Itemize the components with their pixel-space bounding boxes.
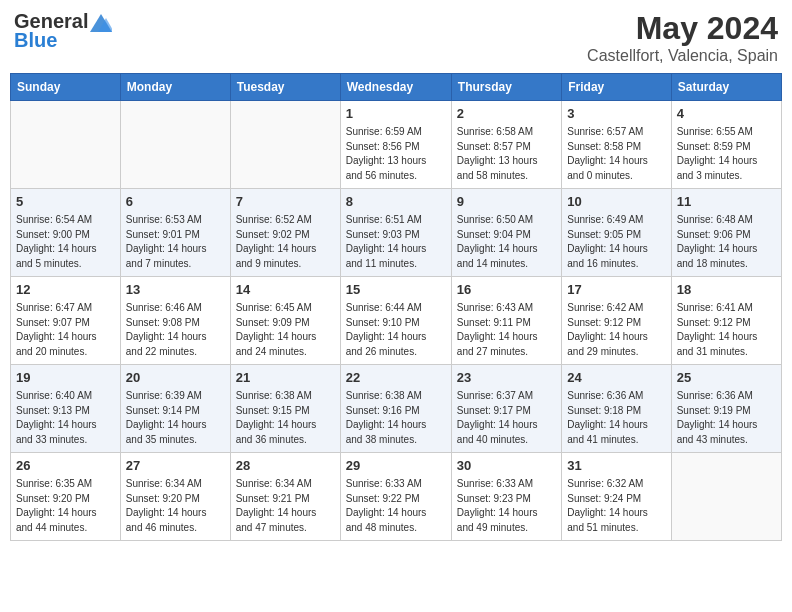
- sunset-time: Sunset: 9:12 PM: [567, 316, 665, 331]
- daylight-minutes: and 26 minutes.: [346, 345, 446, 360]
- day-info: Sunrise: 6:34 AMSunset: 9:21 PMDaylight:…: [236, 477, 335, 535]
- sunset-time: Sunset: 8:57 PM: [457, 140, 556, 155]
- calendar-day: 16Sunrise: 6:43 AMSunset: 9:11 PMDayligh…: [451, 277, 561, 365]
- calendar-day: 11Sunrise: 6:48 AMSunset: 9:06 PMDayligh…: [671, 189, 781, 277]
- sunset-time: Sunset: 9:22 PM: [346, 492, 446, 507]
- calendar-day: 23Sunrise: 6:37 AMSunset: 9:17 PMDayligh…: [451, 365, 561, 453]
- day-info: Sunrise: 6:59 AMSunset: 8:56 PMDaylight:…: [346, 125, 446, 183]
- sunrise-time: Sunrise: 6:33 AM: [346, 477, 446, 492]
- day-number: 3: [567, 105, 665, 123]
- daylight-hours: Daylight: 14 hours: [346, 330, 446, 345]
- daylight-minutes: and 29 minutes.: [567, 345, 665, 360]
- day-number: 13: [126, 281, 225, 299]
- daylight-hours: Daylight: 14 hours: [126, 330, 225, 345]
- calendar-day: 22Sunrise: 6:38 AMSunset: 9:16 PMDayligh…: [340, 365, 451, 453]
- daylight-hours: Daylight: 14 hours: [677, 418, 776, 433]
- day-number: 23: [457, 369, 556, 387]
- calendar-day: 21Sunrise: 6:38 AMSunset: 9:15 PMDayligh…: [230, 365, 340, 453]
- calendar-day: 17Sunrise: 6:42 AMSunset: 9:12 PMDayligh…: [562, 277, 671, 365]
- day-info: Sunrise: 6:36 AMSunset: 9:18 PMDaylight:…: [567, 389, 665, 447]
- sunset-time: Sunset: 9:03 PM: [346, 228, 446, 243]
- day-number: 4: [677, 105, 776, 123]
- daylight-hours: Daylight: 14 hours: [457, 330, 556, 345]
- calendar-location: Castellfort, Valencia, Spain: [587, 47, 778, 65]
- sunrise-time: Sunrise: 6:51 AM: [346, 213, 446, 228]
- sunrise-time: Sunrise: 6:39 AM: [126, 389, 225, 404]
- calendar-day: 15Sunrise: 6:44 AMSunset: 9:10 PMDayligh…: [340, 277, 451, 365]
- day-number: 29: [346, 457, 446, 475]
- sunset-time: Sunset: 9:07 PM: [16, 316, 115, 331]
- sunset-time: Sunset: 8:59 PM: [677, 140, 776, 155]
- daylight-hours: Daylight: 14 hours: [236, 242, 335, 257]
- sunrise-time: Sunrise: 6:41 AM: [677, 301, 776, 316]
- calendar-day: 10Sunrise: 6:49 AMSunset: 9:05 PMDayligh…: [562, 189, 671, 277]
- sunrise-time: Sunrise: 6:52 AM: [236, 213, 335, 228]
- day-info: Sunrise: 6:51 AMSunset: 9:03 PMDaylight:…: [346, 213, 446, 271]
- calendar-day: 4Sunrise: 6:55 AMSunset: 8:59 PMDaylight…: [671, 101, 781, 189]
- daylight-minutes: and 0 minutes.: [567, 169, 665, 184]
- daylight-minutes: and 3 minutes.: [677, 169, 776, 184]
- daylight-hours: Daylight: 14 hours: [126, 506, 225, 521]
- sunset-time: Sunset: 9:13 PM: [16, 404, 115, 419]
- day-info: Sunrise: 6:48 AMSunset: 9:06 PMDaylight:…: [677, 213, 776, 271]
- daylight-minutes: and 31 minutes.: [677, 345, 776, 360]
- day-number: 18: [677, 281, 776, 299]
- sunrise-time: Sunrise: 6:54 AM: [16, 213, 115, 228]
- sunrise-time: Sunrise: 6:37 AM: [457, 389, 556, 404]
- day-number: 17: [567, 281, 665, 299]
- daylight-minutes: and 27 minutes.: [457, 345, 556, 360]
- calendar-day: 26Sunrise: 6:35 AMSunset: 9:20 PMDayligh…: [11, 453, 121, 541]
- sunrise-time: Sunrise: 6:40 AM: [16, 389, 115, 404]
- daylight-hours: Daylight: 14 hours: [236, 330, 335, 345]
- daylight-hours: Daylight: 14 hours: [346, 506, 446, 521]
- day-info: Sunrise: 6:49 AMSunset: 9:05 PMDaylight:…: [567, 213, 665, 271]
- day-info: Sunrise: 6:55 AMSunset: 8:59 PMDaylight:…: [677, 125, 776, 183]
- daylight-hours: Daylight: 14 hours: [236, 418, 335, 433]
- calendar-day: 12Sunrise: 6:47 AMSunset: 9:07 PMDayligh…: [11, 277, 121, 365]
- calendar-day: 28Sunrise: 6:34 AMSunset: 9:21 PMDayligh…: [230, 453, 340, 541]
- daylight-hours: Daylight: 14 hours: [677, 330, 776, 345]
- calendar-day: 14Sunrise: 6:45 AMSunset: 9:09 PMDayligh…: [230, 277, 340, 365]
- calendar-day: 30Sunrise: 6:33 AMSunset: 9:23 PMDayligh…: [451, 453, 561, 541]
- daylight-minutes: and 44 minutes.: [16, 521, 115, 536]
- sunrise-time: Sunrise: 6:46 AM: [126, 301, 225, 316]
- daylight-minutes: and 16 minutes.: [567, 257, 665, 272]
- day-info: Sunrise: 6:37 AMSunset: 9:17 PMDaylight:…: [457, 389, 556, 447]
- sunset-time: Sunset: 8:58 PM: [567, 140, 665, 155]
- daylight-minutes: and 18 minutes.: [677, 257, 776, 272]
- calendar-day: 29Sunrise: 6:33 AMSunset: 9:22 PMDayligh…: [340, 453, 451, 541]
- calendar-day: 18Sunrise: 6:41 AMSunset: 9:12 PMDayligh…: [671, 277, 781, 365]
- header-wednesday: Wednesday: [340, 74, 451, 101]
- day-number: 15: [346, 281, 446, 299]
- daylight-minutes: and 11 minutes.: [346, 257, 446, 272]
- day-info: Sunrise: 6:57 AMSunset: 8:58 PMDaylight:…: [567, 125, 665, 183]
- day-info: Sunrise: 6:50 AMSunset: 9:04 PMDaylight:…: [457, 213, 556, 271]
- day-number: 9: [457, 193, 556, 211]
- header-tuesday: Tuesday: [230, 74, 340, 101]
- daylight-minutes: and 14 minutes.: [457, 257, 556, 272]
- calendar-day: 20Sunrise: 6:39 AMSunset: 9:14 PMDayligh…: [120, 365, 230, 453]
- daylight-minutes: and 5 minutes.: [16, 257, 115, 272]
- day-info: Sunrise: 6:39 AMSunset: 9:14 PMDaylight:…: [126, 389, 225, 447]
- calendar-week-3: 12Sunrise: 6:47 AMSunset: 9:07 PMDayligh…: [11, 277, 782, 365]
- daylight-hours: Daylight: 14 hours: [677, 154, 776, 169]
- sunrise-time: Sunrise: 6:55 AM: [677, 125, 776, 140]
- day-info: Sunrise: 6:45 AMSunset: 9:09 PMDaylight:…: [236, 301, 335, 359]
- calendar-day: [11, 101, 121, 189]
- sunrise-time: Sunrise: 6:50 AM: [457, 213, 556, 228]
- sunset-time: Sunset: 9:18 PM: [567, 404, 665, 419]
- sunrise-time: Sunrise: 6:42 AM: [567, 301, 665, 316]
- day-info: Sunrise: 6:47 AMSunset: 9:07 PMDaylight:…: [16, 301, 115, 359]
- day-number: 27: [126, 457, 225, 475]
- day-number: 7: [236, 193, 335, 211]
- logo: General Blue: [14, 10, 112, 52]
- daylight-minutes: and 9 minutes.: [236, 257, 335, 272]
- header-sunday: Sunday: [11, 74, 121, 101]
- daylight-minutes: and 20 minutes.: [16, 345, 115, 360]
- sunrise-time: Sunrise: 6:38 AM: [346, 389, 446, 404]
- sunrise-time: Sunrise: 6:34 AM: [126, 477, 225, 492]
- day-number: 19: [16, 369, 115, 387]
- day-number: 24: [567, 369, 665, 387]
- daylight-hours: Daylight: 13 hours: [457, 154, 556, 169]
- day-info: Sunrise: 6:42 AMSunset: 9:12 PMDaylight:…: [567, 301, 665, 359]
